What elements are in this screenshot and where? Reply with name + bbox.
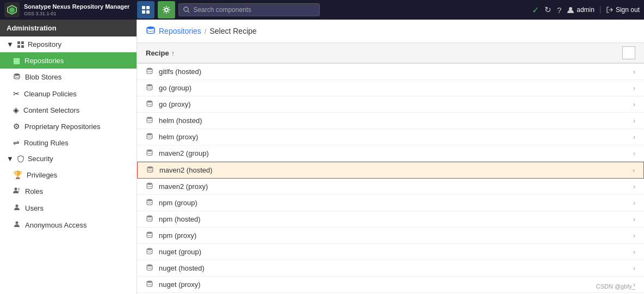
sidebar-item-content-selectors-label: Content Selectors bbox=[23, 106, 79, 114]
brand-text: Sonatype Nexus Repository Manager OSS 3.… bbox=[24, 3, 129, 16]
row-db-icon bbox=[146, 247, 153, 256]
sidebar-item-content-selectors[interactable]: ◈ Content Selectors bbox=[0, 102, 137, 118]
header-checkbox[interactable] bbox=[622, 46, 635, 59]
svg-point-18 bbox=[16, 222, 18, 224]
row-arrow-icon: › bbox=[633, 133, 635, 141]
row-arrow-icon: › bbox=[633, 84, 635, 92]
table-container: Recipe ↑ gitlfs (hosted) › go (group) bbox=[137, 43, 644, 294]
table-row[interactable]: maven2 (group) › bbox=[137, 145, 644, 162]
user-menu[interactable]: admin bbox=[567, 6, 595, 14]
svg-rect-10 bbox=[17, 41, 20, 44]
svg-rect-5 bbox=[146, 10, 150, 14]
svg-point-21 bbox=[147, 84, 152, 87]
row-label: npm (hosted) bbox=[159, 215, 633, 223]
row-arrow-icon: › bbox=[633, 117, 635, 125]
breadcrumb-repositories[interactable]: Repositories bbox=[159, 27, 201, 35]
svg-rect-13 bbox=[21, 45, 24, 48]
sidebar-item-privileges[interactable]: 🏆 Privileges bbox=[0, 167, 137, 183]
sidebar-item-cleanup-policies[interactable]: ✂ Cleanup Policies bbox=[0, 85, 137, 102]
svg-point-22 bbox=[147, 101, 152, 103]
sidebar-item-blob-stores[interactable]: Blob Stores bbox=[0, 69, 137, 85]
sidebar-item-proprietary-repos[interactable]: ⚙ Proprietary Repositories bbox=[0, 118, 137, 134]
status-icon[interactable]: ✓ bbox=[532, 5, 539, 15]
table-row[interactable]: npm (hosted) › bbox=[137, 211, 644, 228]
repositories-icon: ▦ bbox=[13, 56, 20, 65]
row-arrow-icon: › bbox=[633, 68, 635, 76]
row-label: nuget (group) bbox=[159, 248, 633, 256]
sidebar-item-roles[interactable]: Roles bbox=[0, 183, 137, 200]
table-row[interactable]: gitlfs (hosted) › bbox=[137, 64, 644, 80]
admin-icon-btn[interactable] bbox=[158, 1, 175, 19]
sidebar-item-users[interactable]: Users bbox=[0, 200, 137, 217]
row-arrow-icon: › bbox=[633, 183, 635, 191]
row-db-icon bbox=[146, 182, 153, 191]
sidebar-item-anonymous-access[interactable]: Anonymous Access bbox=[0, 217, 137, 234]
sidebar-item-repositories[interactable]: ▦ Repositories bbox=[0, 52, 137, 69]
users-icon bbox=[13, 204, 21, 213]
section-repository-label: Repository bbox=[28, 40, 61, 48]
row-label: go (group) bbox=[159, 84, 633, 92]
sidebar-item-users-label: Users bbox=[25, 204, 44, 212]
svg-point-19 bbox=[147, 27, 154, 29]
row-label: maven2 (group) bbox=[159, 149, 633, 157]
svg-point-27 bbox=[147, 183, 152, 185]
row-db-icon bbox=[146, 264, 153, 273]
table-row[interactable]: npm (proxy) › bbox=[137, 228, 644, 244]
roles-icon bbox=[13, 187, 21, 196]
anon-access-icon bbox=[13, 220, 21, 230]
brand-logo bbox=[4, 2, 20, 17]
help-icon[interactable]: ? bbox=[557, 5, 561, 15]
table-row[interactable]: maven2 (hosted) › bbox=[137, 162, 644, 179]
row-db-icon bbox=[146, 215, 153, 224]
svg-point-31 bbox=[147, 248, 152, 250]
row-label: nuget (hosted) bbox=[159, 264, 633, 272]
svg-rect-11 bbox=[21, 41, 24, 44]
refresh-icon[interactable]: ↻ bbox=[544, 5, 552, 15]
svg-rect-4 bbox=[142, 10, 145, 14]
row-db-icon bbox=[146, 100, 153, 109]
sidebar-section-security[interactable]: ▼ Security bbox=[0, 151, 137, 167]
routing-icon: ⇌ bbox=[13, 138, 20, 147]
sidebar-item-proprietary-label: Proprietary Repositories bbox=[24, 122, 100, 131]
table-row[interactable]: helm (proxy) › bbox=[137, 129, 644, 145]
username: admin bbox=[577, 6, 595, 14]
sidebar-item-routing-rules[interactable]: ⇌ Routing Rules bbox=[0, 134, 137, 151]
breadcrumb-separator: / bbox=[205, 27, 207, 35]
svg-point-33 bbox=[147, 281, 152, 283]
row-db-icon bbox=[146, 166, 154, 175]
svg-point-7 bbox=[184, 7, 188, 11]
svg-point-25 bbox=[147, 150, 152, 152]
sidebar-section-repository[interactable]: ▼ Repository bbox=[0, 36, 137, 52]
row-label: npm (group) bbox=[159, 199, 633, 207]
table-row[interactable]: nuget (hosted) › bbox=[137, 260, 644, 277]
table-row[interactable]: go (proxy) › bbox=[137, 96, 644, 113]
table-row[interactable]: npm (group) › bbox=[137, 195, 644, 211]
row-db-icon bbox=[146, 280, 153, 289]
search-bar[interactable]: Search components bbox=[178, 3, 320, 16]
table-row[interactable]: maven2 (proxy) › bbox=[137, 179, 644, 195]
row-label: helm (hosted) bbox=[159, 117, 633, 125]
sidebar-item-cleanup-label: Cleanup Policies bbox=[24, 90, 77, 98]
table-body: gitlfs (hosted) › go (group) › go (proxy… bbox=[137, 64, 644, 294]
row-db-icon bbox=[146, 83, 153, 93]
row-arrow-icon: › bbox=[633, 167, 635, 174]
browse-icon-btn[interactable] bbox=[137, 1, 154, 19]
svg-point-30 bbox=[147, 232, 152, 234]
brand: Sonatype Nexus Repository Manager OSS 3.… bbox=[4, 2, 129, 17]
navbar: Sonatype Nexus Repository Manager OSS 3.… bbox=[0, 0, 644, 20]
arrow-down-icon: ▼ bbox=[7, 40, 14, 48]
proprietary-icon: ⚙ bbox=[13, 122, 20, 131]
signout-btn[interactable]: Sign out bbox=[600, 6, 640, 14]
svg-point-14 bbox=[14, 74, 20, 76]
sidebar-item-roles-label: Roles bbox=[25, 187, 43, 195]
table-row[interactable]: helm (hosted) › bbox=[137, 113, 644, 129]
svg-rect-12 bbox=[17, 45, 20, 48]
table-row[interactable]: go (group) › bbox=[137, 80, 644, 96]
table-row[interactable]: nuget (proxy) › bbox=[137, 277, 644, 293]
row-label: helm (proxy) bbox=[159, 133, 633, 141]
signout-label: Sign out bbox=[616, 6, 640, 14]
sidebar-item-repositories-label: Repositories bbox=[24, 57, 64, 65]
breadcrumb-icon bbox=[146, 25, 156, 37]
row-arrow-icon: › bbox=[633, 216, 635, 223]
table-row[interactable]: nuget (group) › bbox=[137, 244, 644, 260]
